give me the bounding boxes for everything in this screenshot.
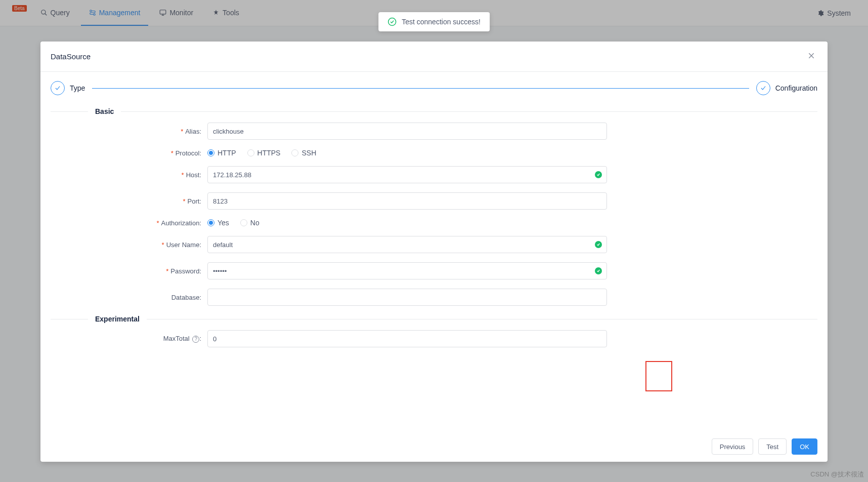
toast-success: Test connection success! (378, 12, 490, 26)
svg-point-7 (388, 18, 396, 26)
check-circle-icon (387, 17, 397, 26)
toast-message: Test connection success! (402, 18, 481, 26)
